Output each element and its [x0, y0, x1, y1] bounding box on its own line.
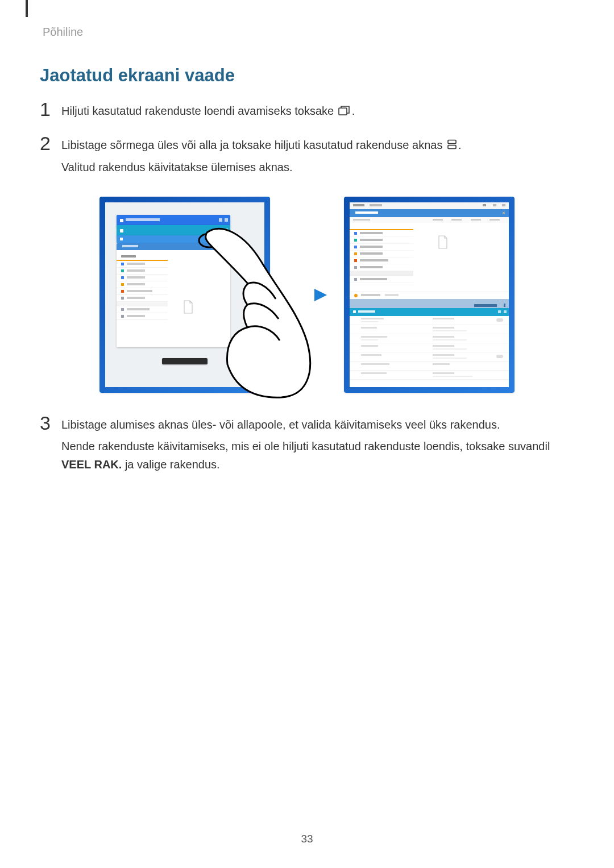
step-1-after: . [352, 105, 355, 117]
split-view-icon [447, 136, 457, 155]
step-number: 3 [40, 413, 61, 433]
step-number: 1 [40, 99, 61, 119]
arrow-right-icon [287, 286, 327, 304]
step-1-text: Hiljuti kasutatud rakenduste loendi avam… [61, 105, 334, 117]
page-number: 33 [0, 833, 614, 845]
step-text: Libistage sõrmega üles või alla ja toksa… [61, 136, 574, 180]
step-2-p2: Valitud rakendus käivitatakse ülemises a… [61, 158, 574, 176]
svg-rect-2 [448, 146, 456, 149]
svg-rect-1 [448, 140, 456, 144]
step-2: 2 Libistage sõrmega üles või alla ja tok… [40, 136, 574, 180]
step-text: Hiljuti kasutatud rakenduste loendi avam… [61, 102, 574, 124]
step-3-text: Libistage alumises aknas üles- või allap… [61, 416, 574, 434]
recent-card-3-body [117, 243, 230, 347]
page-title: Jaotatud ekraani vaade [40, 65, 574, 86]
content-area: Jaotatud ekraani vaade 1 Hiljuti kasutat… [40, 65, 574, 488]
recent-apps-icon [338, 103, 351, 121]
figure-row: ✕ [40, 197, 574, 393]
section-header: Põhiline [43, 26, 83, 39]
file-icon [437, 235, 449, 249]
step-2-after: . [458, 139, 462, 151]
step-number: 2 [40, 134, 61, 153]
step-2-text: Libistage sõrmega üles või alla ja toksa… [61, 139, 442, 151]
file-icon [182, 300, 194, 314]
step-3: 3 Libistage alumises aknas üles- või all… [40, 416, 574, 477]
step-3-p2: Nende rakenduste käivitamiseks, mis ei o… [61, 437, 574, 474]
more-apps-bar [350, 299, 509, 308]
veel-rak-label: VEEL RAK. [61, 458, 122, 471]
step-1: 1 Hiljuti kasutatud rakenduste loendi av… [40, 102, 574, 124]
close-all-button [162, 358, 208, 364]
step-text: Libistage alumises aknas üles- või allap… [61, 416, 574, 477]
figure-left-tablet [99, 197, 270, 393]
page-edge-mark [26, 0, 28, 17]
svg-marker-5 [314, 289, 327, 301]
recent-card-3-header [117, 235, 230, 243]
bottom-app-header [350, 308, 509, 316]
svg-rect-0 [339, 108, 347, 115]
figure-right-tablet: ✕ [344, 197, 515, 393]
